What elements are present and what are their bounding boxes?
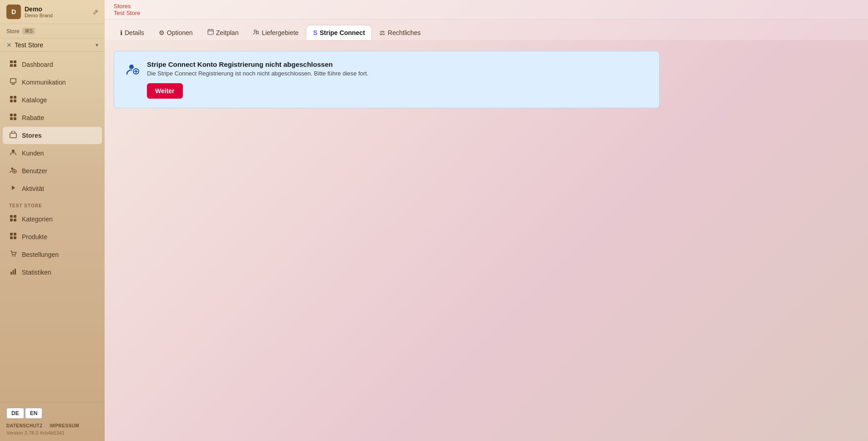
statistiken-icon [9,268,17,277]
kataloge-icon [9,95,17,105]
sidebar-item-label-rabatte: Rabatte [22,114,44,121]
svg-rect-17 [10,215,13,218]
svg-point-25 [12,256,13,256]
tab-details[interactable]: ℹ Details [114,25,151,40]
impressum-link[interactable]: IMPRESSUM [50,423,79,428]
stripe-connect-card-icon [125,61,140,79]
brand-sub: Demo Brand [25,13,53,18]
sidebar-item-label-kommunikation: Kommunikation [22,79,66,86]
tab-rechtliches[interactable]: ⚖ Rechtliches [373,25,427,40]
tab-zeitplan[interactable]: Zeitplan [201,25,245,40]
svg-rect-18 [14,215,16,218]
sidebar-item-kommunikation[interactable]: Kommunikation [3,74,102,91]
lang-de-button[interactable]: DE [6,408,24,419]
sidebar-item-statistiken[interactable]: Statistiken [3,264,102,281]
tab-label-optionen: Optionen [167,29,193,36]
kommunikation-icon [9,78,17,87]
tab-label-liefergebiete: Liefergebiete [262,29,298,36]
svg-rect-7 [14,100,16,102]
svg-rect-1 [14,60,16,63]
sidebar-item-label-kataloge: Kataloge [22,96,47,104]
svg-rect-23 [10,236,13,239]
tab-liefergebiete[interactable]: Liefergebiete [247,25,305,40]
main-content: Stores Test Store ℹ Details ⚙ Optionen Z… [105,0,868,441]
nav-section: Dashboard Kommunikation Kataloge Rabatte… [0,52,105,402]
sidebar-item-label-dashboard: Dashboard [22,61,53,68]
tab-label-details: Details [125,29,144,36]
benutzer-icon [9,166,17,175]
sidebar-item-kataloge[interactable]: Kataloge [3,91,102,109]
breadcrumb: Stores Test Store [105,0,868,20]
breadcrumb-parent[interactable]: Stores [114,3,859,10]
sidebar-item-benutzer[interactable]: Benutzer [3,162,102,180]
version-info: Version 3.78.0 #cb4b5341 [6,430,98,436]
svg-rect-28 [13,270,14,275]
selected-store-inner: ✕ Test Store [6,41,43,49]
footer-links: DATENSCHUTZ | IMPRESSUM [6,423,98,428]
sidebar-item-aktivitat[interactable]: Aktivität [3,180,102,197]
selected-store-name: Test Store [15,41,43,49]
footer-separator: | [45,423,47,428]
content-area: Stripe Connect Konto Registrierung nicht… [105,40,868,441]
rechtliches-tab-icon: ⚖ [379,29,385,36]
sidebar-item-kategorien[interactable]: Kategorien [3,210,102,228]
sidebar-item-label-kunden: Kunden [22,150,44,157]
svg-rect-0 [10,60,13,63]
svg-rect-24 [14,236,16,239]
svg-rect-3 [14,64,16,67]
sidebar-item-label-benutzer: Benutzer [22,167,47,175]
svg-rect-20 [14,219,16,221]
sidebar-item-produkte[interactable]: Produkte [3,228,102,246]
svg-rect-22 [14,233,16,236]
svg-point-14 [11,168,14,170]
svg-rect-2 [10,64,13,67]
svg-rect-6 [10,100,13,102]
lang-en-button[interactable]: EN [25,408,43,419]
store-selector-row: Store ⌘S [0,24,105,39]
bestellungen-icon [9,250,17,259]
svg-rect-4 [10,96,13,99]
svg-rect-21 [10,233,13,236]
sidebar-item-stores[interactable]: Stores [3,127,102,144]
stores-icon [9,131,17,140]
sidebar-item-kunden[interactable]: Kunden [3,145,102,162]
sidebar-item-label-bestellungen: Bestellungen [22,251,59,258]
weiter-button[interactable]: Weiter [147,83,183,99]
svg-point-13 [12,150,15,152]
produkte-icon [9,232,17,241]
chevron-down-icon: ▾ [96,42,98,48]
svg-marker-16 [12,185,15,190]
external-link-icon[interactable]: ⇗ [92,8,98,16]
sub-section-label: TEST STORE [0,198,105,210]
sidebar-header: D Demo Demo Brand ⇗ [0,0,105,24]
sidebar-item-label-statistiken: Statistiken [22,269,51,276]
optionen-tab-icon: ⚙ [159,29,165,36]
tab-stripe-connect[interactable]: S Stripe Connect [307,25,371,40]
svg-rect-30 [208,30,213,35]
privacy-link[interactable]: DATENSCHUTZ [6,423,43,428]
dashboard-icon [9,60,17,69]
avatar: D [6,5,21,19]
svg-point-32 [257,31,259,34]
selected-store-row[interactable]: ✕ Test Store ▾ [0,39,105,52]
close-store-icon[interactable]: ✕ [6,41,12,49]
stripe-connect-card-desc: Die Stripe Connect Registrierung ist noc… [147,70,648,77]
lang-switcher: DE EN [6,408,98,419]
svg-rect-8 [10,114,13,116]
svg-point-26 [15,256,15,256]
brand-section: D Demo Demo Brand [6,5,53,19]
svg-rect-10 [10,117,13,120]
tab-label-rechtliches: Rechtliches [388,29,420,36]
kunden-icon [9,149,17,158]
breadcrumb-current: Test Store [114,10,859,16]
brand-info: Demo Demo Brand [25,5,53,18]
stripe-connect-tab-icon: S [313,29,317,36]
svg-rect-9 [14,114,16,116]
sidebar-item-bestellungen[interactable]: Bestellungen [3,246,102,263]
tab-optionen[interactable]: ⚙ Optionen [152,25,199,40]
sidebar-item-rabatte[interactable]: Rabatte [3,109,102,126]
sidebar-item-dashboard[interactable]: Dashboard [3,56,102,73]
tabs-bar: ℹ Details ⚙ Optionen Zeitplan Liefergebi… [105,20,868,40]
sidebar-footer: DE EN DATENSCHUTZ | IMPRESSUM Version 3.… [0,402,105,441]
svg-rect-29 [15,269,16,275]
